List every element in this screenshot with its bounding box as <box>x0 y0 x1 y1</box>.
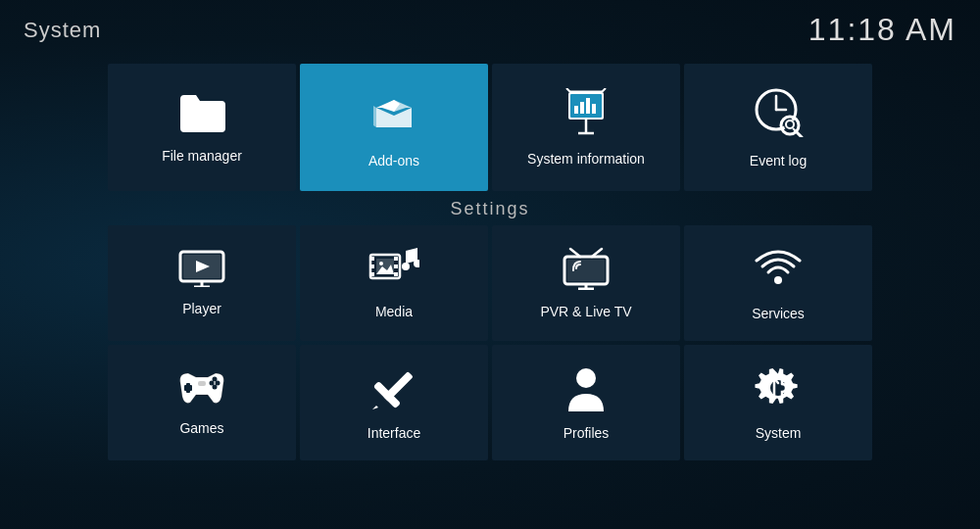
pvr-live-tv-icon <box>561 247 612 296</box>
svg-marker-3 <box>373 106 376 127</box>
clock: 11:18 AM <box>808 12 956 48</box>
svg-rect-31 <box>370 272 374 276</box>
games-label: Games <box>179 420 223 436</box>
tile-profiles[interactable]: Profiles <box>492 345 680 460</box>
event-log-label: Event log <box>750 153 807 168</box>
tile-event-log[interactable]: Event log <box>684 64 872 191</box>
media-label: Media <box>375 304 413 319</box>
interface-label: Interface <box>368 425 420 441</box>
svg-rect-33 <box>394 264 398 268</box>
tile-system-information[interactable]: System information <box>492 64 680 191</box>
svg-rect-29 <box>370 257 374 261</box>
svg-rect-8 <box>586 98 590 114</box>
svg-line-19 <box>796 131 802 137</box>
file-manager-label: File manager <box>162 148 242 164</box>
tile-media[interactable]: Media <box>300 225 488 341</box>
svg-rect-34 <box>394 272 398 276</box>
svg-rect-7 <box>580 102 584 114</box>
settings-row-2: Games Interface <box>20 345 960 460</box>
settings-title: Settings <box>20 199 960 219</box>
tile-games[interactable]: Games <box>108 345 296 460</box>
svg-rect-6 <box>574 106 578 114</box>
svg-point-57 <box>576 368 596 388</box>
svg-rect-48 <box>184 385 192 391</box>
add-ons-icon <box>368 86 419 143</box>
player-icon <box>178 250 225 293</box>
svg-marker-55 <box>372 406 378 409</box>
page-title: System <box>24 18 101 43</box>
services-label: Services <box>752 306 805 321</box>
system-information-icon <box>561 88 612 141</box>
svg-point-52 <box>213 385 218 390</box>
header: System 11:18 AM <box>0 0 980 60</box>
svg-line-22 <box>793 128 796 131</box>
system-label: System <box>756 425 802 441</box>
main-container: System 11:18 AM File manager <box>0 0 980 529</box>
svg-rect-53 <box>198 381 206 386</box>
settings-section: Settings Player <box>0 199 980 460</box>
profiles-label: Profiles <box>564 425 610 441</box>
system-icon <box>755 364 802 417</box>
tile-file-manager[interactable]: File manager <box>108 64 296 191</box>
tile-services[interactable]: Services <box>684 225 872 341</box>
games-icon <box>176 369 227 412</box>
svg-point-36 <box>379 262 383 265</box>
pvr-live-tv-label: PVR & Live TV <box>540 304 631 319</box>
event-log-icon <box>753 86 804 143</box>
add-ons-label: Add-ons <box>368 153 419 168</box>
system-information-label: System information <box>527 151 645 167</box>
svg-point-50 <box>216 381 220 386</box>
svg-point-46 <box>774 276 782 284</box>
svg-rect-9 <box>592 104 596 114</box>
svg-rect-30 <box>370 264 374 268</box>
svg-point-38 <box>402 263 410 270</box>
tile-pvr-live-tv[interactable]: PVR & Live TV <box>492 225 680 341</box>
player-label: Player <box>182 301 221 316</box>
tile-add-ons[interactable]: Add-ons <box>300 64 488 191</box>
tile-interface[interactable]: Interface <box>300 345 488 460</box>
interface-icon <box>370 364 417 417</box>
settings-row-1: Player <box>20 225 960 341</box>
file-manager-icon <box>176 91 227 138</box>
profiles-icon <box>564 364 608 417</box>
svg-point-49 <box>210 381 215 386</box>
tile-system[interactable]: System <box>684 345 872 460</box>
services-icon <box>755 245 802 298</box>
svg-line-13 <box>566 88 570 92</box>
svg-rect-32 <box>394 257 398 261</box>
svg-point-51 <box>213 377 218 382</box>
media-icon <box>368 247 419 296</box>
tile-player[interactable]: Player <box>108 225 296 341</box>
svg-rect-56 <box>383 371 414 402</box>
svg-line-14 <box>602 88 606 92</box>
top-tiles-row: File manager Add-ons <box>0 64 980 191</box>
